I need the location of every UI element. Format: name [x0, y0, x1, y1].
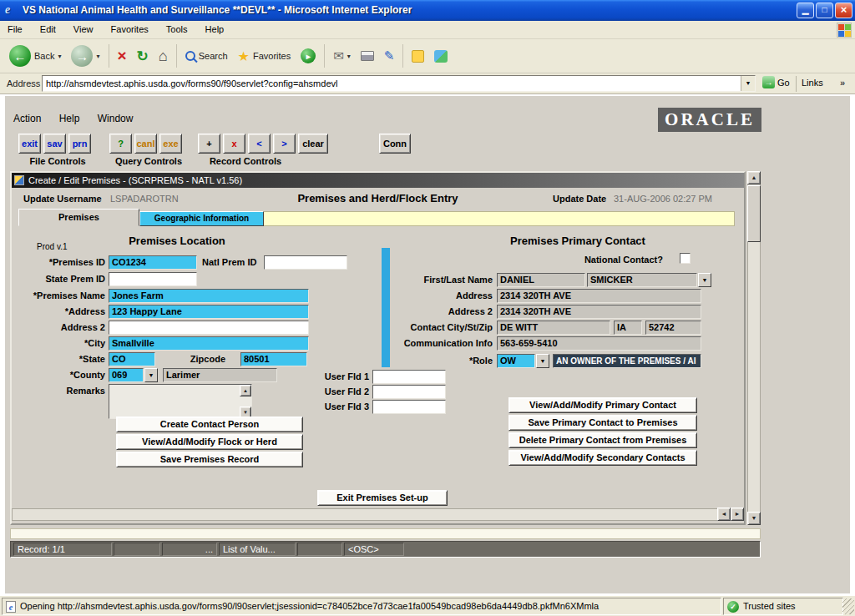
role-field[interactable]: OW	[497, 354, 535, 368]
refresh-button[interactable]: ↻	[133, 45, 153, 68]
save-premises-record-button[interactable]: Save Premises Record	[116, 452, 303, 467]
edit-button[interactable]: ✎	[380, 46, 399, 66]
previous-record-toolbar-button[interactable]: <	[248, 134, 271, 154]
tab-premises[interactable]: Premises	[18, 209, 139, 226]
state-prem-id-field[interactable]	[109, 272, 197, 286]
home-button[interactable]: ⌂	[154, 45, 172, 68]
communication-info-field[interactable]: 563-659-5410	[497, 336, 701, 351]
forward-button[interactable]: → ▾	[67, 43, 104, 69]
create-contact-person-button[interactable]: Create Contact Person	[116, 417, 303, 432]
contact-address2-field[interactable]: 2314 320TH AVE	[497, 305, 701, 319]
view-add-modify-secondary-contacts-button[interactable]: View/Add/Modify Secondary Contacts	[508, 450, 697, 466]
close-button[interactable]: ×	[835, 3, 852, 18]
query-toolbar-button[interactable]: ?	[109, 134, 132, 154]
search-button[interactable]: Search	[181, 48, 232, 63]
user-fld-1-field[interactable]	[372, 370, 446, 384]
next-record-toolbar-button[interactable]: >	[273, 134, 296, 154]
remarks-field[interactable]	[109, 384, 252, 419]
resize-grip[interactable]	[842, 598, 854, 614]
execute-query-toolbar-button[interactable]: exe	[159, 134, 182, 154]
maximize-button[interactable]: □	[816, 3, 833, 18]
mail-button[interactable]: ✉▾	[329, 46, 355, 66]
first-name-field[interactable]: DANIEL	[497, 273, 585, 287]
premises-window-titlebar[interactable]: Create / Edit Premises - (SCRPREMS - NAT…	[12, 173, 744, 188]
back-button[interactable]: ← Back ▾	[5, 43, 65, 69]
exit-toolbar-button[interactable]: exit	[18, 134, 41, 154]
clear-record-toolbar-button[interactable]: clear	[298, 134, 328, 154]
menu-view[interactable]: View	[66, 21, 101, 39]
media-button[interactable]: ▸	[296, 46, 320, 66]
forward-dropdown-icon[interactable]: ▾	[96, 53, 99, 60]
menu-help[interactable]: Help	[198, 21, 232, 39]
premises-location-title: Premises Location	[94, 235, 261, 247]
notes-button[interactable]	[407, 48, 428, 65]
scroll-up-button[interactable]: ▲	[747, 171, 761, 184]
state-prem-id-label: State Prem ID	[18, 274, 105, 284]
zipcode-field[interactable]: 80501	[240, 352, 307, 366]
prod-version-label: Prod v.1	[37, 242, 68, 251]
tab-geographic-information[interactable]: Geographic Information	[139, 211, 264, 226]
links-chevron-icon[interactable]: »	[840, 78, 845, 88]
contact-zip-field[interactable]: 52742	[645, 321, 701, 335]
premises-id-field[interactable]: CO1234	[109, 255, 197, 270]
menu-tools[interactable]: Tools	[159, 21, 195, 39]
natl-prem-id-label: Natl Prem ID	[202, 257, 256, 267]
save-toolbar-button[interactable]: sav	[43, 134, 66, 154]
view-add-modify-primary-contact-button[interactable]: View/Add/Modify Primary Contact	[508, 397, 697, 413]
address-dropdown-icon[interactable]: ▼	[741, 76, 755, 91]
view-add-modify-flock-or-herd-button[interactable]: View/Add/Modify Flock or Herd	[116, 434, 303, 450]
national-contact-checkbox[interactable]	[680, 253, 691, 264]
links-label[interactable]: Links	[802, 78, 823, 88]
contact-name-dropdown-button[interactable]: ▼	[698, 273, 711, 287]
scroll-down-button[interactable]: ▼	[747, 512, 761, 525]
menu-favorites[interactable]: Favorites	[104, 21, 156, 39]
delete-primary-contact-button[interactable]: Delete Primary Contact from Premises	[508, 432, 697, 448]
contact-address-field[interactable]: 2314 320TH AVE	[497, 289, 701, 303]
stop-button[interactable]: ×	[114, 46, 131, 66]
last-name-field[interactable]: SMICKER	[587, 273, 697, 287]
menu-window[interactable]: Window	[98, 113, 134, 124]
menu-action[interactable]: Action	[13, 113, 41, 124]
security-zone-label: Trusted sites	[743, 598, 796, 614]
scroll-right-button[interactable]: ►	[731, 507, 744, 521]
favorites-button[interactable]: ★ Favorites	[234, 46, 296, 67]
cancel-query-toolbar-button[interactable]: canl	[134, 134, 157, 154]
contact-city-field[interactable]: DE WITT	[497, 321, 610, 335]
conn-toolbar-button[interactable]: Conn	[379, 134, 411, 154]
print-toolbar-button[interactable]: prn	[68, 134, 91, 154]
menu-help[interactable]: Help	[59, 113, 80, 124]
premises-address2-field[interactable]	[109, 321, 309, 335]
delete-record-toolbar-button[interactable]: x	[223, 134, 245, 154]
print-button[interactable]	[357, 48, 378, 63]
premises-name-field[interactable]: Jones Farm	[109, 289, 309, 303]
natl-prem-id-field[interactable]	[264, 255, 347, 270]
city-field[interactable]: Smallville	[109, 336, 309, 351]
premises-address-field[interactable]: 123 Happy Lane	[109, 305, 309, 319]
back-dropdown-icon[interactable]: ▾	[58, 53, 61, 60]
state-field[interactable]: CO	[109, 352, 155, 366]
contact-state-field[interactable]: IA	[614, 321, 642, 335]
county-dropdown-button[interactable]: ▼	[144, 368, 158, 382]
user-fld-2-field[interactable]	[372, 385, 446, 399]
go-button[interactable]: → Go	[758, 74, 794, 90]
scrollbar-thumb[interactable]	[747, 185, 761, 242]
exit-premises-setup-button[interactable]: Exit Premises Set-up	[317, 490, 448, 506]
save-primary-contact-button[interactable]: Save Primary Contact to Premises	[508, 415, 697, 431]
menu-file[interactable]: File	[0, 21, 30, 39]
role-dropdown-button[interactable]: ▼	[536, 354, 549, 368]
mail-dropdown-icon[interactable]: ▾	[347, 53, 351, 60]
list-of-values-cell: List of Valu...	[219, 543, 296, 556]
county-field[interactable]: 069	[109, 368, 144, 382]
address-input[interactable]	[43, 77, 741, 90]
minimize-button[interactable]: ▁	[797, 3, 814, 18]
add-record-toolbar-button[interactable]: +	[198, 134, 220, 154]
premises-window-title: Create / Edit Premises - (SCRPREMS - NAT…	[28, 175, 242, 185]
scroll-left-button[interactable]: ◄	[717, 507, 731, 521]
browser-menubar: File Edit View Favorites Tools Help	[0, 21, 855, 39]
remarks-scroll-up-button[interactable]: ▲	[240, 385, 251, 396]
user-fld-3-field[interactable]	[372, 400, 446, 414]
window-horizontal-scrollbar[interactable]	[12, 508, 744, 521]
browser-titlebar[interactable]: e VS National Animal Health and Surveill…	[0, 0, 855, 21]
menu-edit[interactable]: Edit	[33, 21, 63, 39]
messenger-button[interactable]	[430, 48, 452, 65]
